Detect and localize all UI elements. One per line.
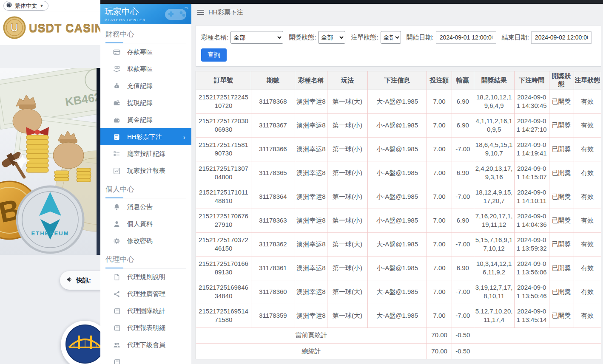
table-cell: 澳洲幸运8 xyxy=(295,304,327,327)
table-cell: 7.00 xyxy=(427,280,452,304)
table-cell: 3,19,12,7,17,8,10,11 xyxy=(474,280,514,304)
table-cell: 2152172517037246150 xyxy=(196,232,251,256)
brand-logo[interactable]: U USDT CASINO xyxy=(0,12,100,45)
sidebar-item-0-5[interactable]: HH彩票下注› xyxy=(100,128,191,145)
table-cell: 大-A盤@1.985 xyxy=(368,304,427,327)
ethereum-graphic: ETHEREUM xyxy=(17,186,83,253)
table-cell: 2024-09-01 14:15:07 xyxy=(514,161,549,185)
table-cell: 2152172517101148810 xyxy=(196,185,251,209)
gamepad-icon xyxy=(162,6,189,24)
news-label: 快訊: xyxy=(76,277,91,285)
table-cell: 第一球(大) xyxy=(327,280,367,304)
table-cell: 2,4,20,13,17,9,3,16 xyxy=(474,161,514,185)
sidebar-item-2-3[interactable]: 代理報表明細 xyxy=(100,319,191,336)
chart-icon xyxy=(113,167,120,175)
table-cell: 7.00 xyxy=(427,209,452,232)
start-date-input[interactable] xyxy=(436,31,496,44)
table-cell: 6.90 xyxy=(452,256,474,280)
table-cell: 有效 xyxy=(574,113,601,137)
table-body: 215217251722451072031178368澳洲幸运8第一球(大)大-… xyxy=(196,90,601,359)
table-cell: 7.00 xyxy=(427,256,452,280)
table-cell: 小-A盤@1.985 xyxy=(368,137,427,161)
svg-text:ETHEREUM: ETHEREUM xyxy=(31,230,69,237)
table-cell: 有效 xyxy=(574,137,601,161)
wallet-icon xyxy=(113,99,120,107)
sidebar-item-0-6[interactable]: 廳室投註記錄 xyxy=(100,145,191,162)
sidebar-item-0-3[interactable]: 提現記錄 xyxy=(100,94,191,111)
table-cell: 第一球(小) xyxy=(327,161,367,185)
table-cell: 第一球(小) xyxy=(327,137,367,161)
column-header: 開獎狀態 xyxy=(549,71,574,90)
table-cell: 澳洲幸运8 xyxy=(295,256,327,280)
user-icon xyxy=(113,220,120,228)
table-row: 215217251706762791031178363澳洲幸运8第一球(小)小-… xyxy=(196,209,601,232)
lottery-ticket-icon xyxy=(113,133,120,141)
sidebar-item-1-1[interactable]: 個人資料 xyxy=(100,215,191,232)
gear-icon xyxy=(113,237,120,245)
table-cell: 大-A盤@1.985 xyxy=(368,280,427,304)
table-cell: 7.00 xyxy=(427,137,452,161)
draw-status-select[interactable]: 全部 xyxy=(318,31,345,44)
lottery-name-select[interactable]: 全部 xyxy=(230,31,283,44)
table-cell: 已開獎 xyxy=(549,185,574,209)
table-cell: 2024-09-01 13:45:14 xyxy=(514,304,549,327)
sidebar: 玩家中心 PLAYERS CENTER 財務中心存款專區取款專區充值記錄提現記錄… xyxy=(100,4,191,364)
table-cell: 31178366 xyxy=(251,137,295,161)
table-cell: 已開獎 xyxy=(549,137,574,161)
summary-row: 當前頁統計70.00-0.50 xyxy=(196,327,601,343)
sidebar-section-title: 財務中心 xyxy=(105,29,186,43)
sidebar-item-0-7[interactable]: 玩家投注報表 xyxy=(100,162,191,179)
search-button[interactable]: 查詢 xyxy=(201,48,227,62)
right-column: 玩家中心 PLAYERS CENTER 財務中心存款專區取款專區充值記錄提現記錄… xyxy=(100,0,603,364)
sidebar-item-0-4[interactable]: 資金記錄 xyxy=(100,111,191,128)
sidebar-item-2-5[interactable] xyxy=(100,353,191,364)
summary-winloss-total: -0.50 xyxy=(452,343,474,359)
purse-icon xyxy=(113,116,120,124)
table-cell: 2152172516951471580 xyxy=(196,304,251,327)
table-cell: 31178364 xyxy=(251,185,295,209)
table-cell: 小-A盤@1.985 xyxy=(368,209,427,232)
table-cell: 7.00 xyxy=(427,161,452,185)
sidebar-item-2-0[interactable]: 代理規則說明 xyxy=(100,268,191,285)
column-header: 訂單號 xyxy=(196,71,251,90)
column-header: 輸贏 xyxy=(452,71,474,90)
sidebar-item-2-1[interactable]: 代理推廣管理 xyxy=(100,285,191,302)
table-row: 215217251715819073031178366澳洲幸运8第一球(小)小-… xyxy=(196,137,601,161)
table-cell: 2152172517203006930 xyxy=(196,113,251,137)
table-row: 215217251720300693031178367澳洲幸运8第一球(小)小-… xyxy=(196,113,601,137)
table-cell: 18,12,4,9,15,17,20,7 xyxy=(474,185,514,209)
table-cell: 第一球(小) xyxy=(327,209,367,232)
table-cell: 有效 xyxy=(574,90,601,113)
table-cell: 31178365 xyxy=(251,161,295,185)
sidebar-item-label: 存款專區 xyxy=(127,48,153,56)
sidebar-item-1-0[interactable]: 消息公告 xyxy=(100,198,191,215)
users-icon xyxy=(113,341,120,349)
order-status-select[interactable]: 全部 xyxy=(381,31,401,44)
sidebar-item-2-4[interactable]: 代理下級會員 xyxy=(100,336,191,353)
sidebar-item-1-2[interactable]: 修改密碼 xyxy=(100,232,191,249)
support-logo-button[interactable] xyxy=(61,321,100,364)
sidebar-item-0-1[interactable]: 取款專區 xyxy=(100,60,191,77)
column-header: 下注信息 xyxy=(368,71,427,90)
sidebar-item-2-2[interactable]: 代理團隊統計 xyxy=(100,302,191,319)
sidebar-item-label: 個人資料 xyxy=(127,220,153,228)
sidebar-section-title: 代理中心 xyxy=(105,254,186,268)
table-cell: 小-A盤@1.985 xyxy=(368,256,427,280)
hamburger-menu-icon[interactable] xyxy=(197,10,204,15)
sidebar-item-0-0[interactable]: 存款專區 xyxy=(100,43,191,60)
summary-winloss-total: -0.50 xyxy=(452,327,474,343)
sidebar-item-label: 消息公告 xyxy=(127,203,153,211)
sidebar-item-0-2[interactable]: 充值記錄 xyxy=(100,77,191,94)
news-ticker[interactable]: 快訊: xyxy=(60,271,100,290)
lottery-name-label: 彩種名稱: xyxy=(201,34,228,42)
table-cell: 2024-09-01 14:30:45 xyxy=(514,90,549,113)
table-cell: 2024-09-01 14:10:11 xyxy=(514,185,549,209)
page-title: HH彩票下注 xyxy=(208,8,243,17)
table-cell: 4,1,11,2,16,10,9,5 xyxy=(474,113,514,137)
table-cell: 有效 xyxy=(574,185,601,209)
language-selector[interactable]: 繁体中文 ▼ xyxy=(3,1,48,11)
table-cell: 2024-09-01 14:04:36 xyxy=(514,209,549,232)
table-cell: 6.90 xyxy=(452,113,474,137)
summary-label: 總統計 xyxy=(196,343,427,359)
end-date-input[interactable] xyxy=(531,31,592,44)
